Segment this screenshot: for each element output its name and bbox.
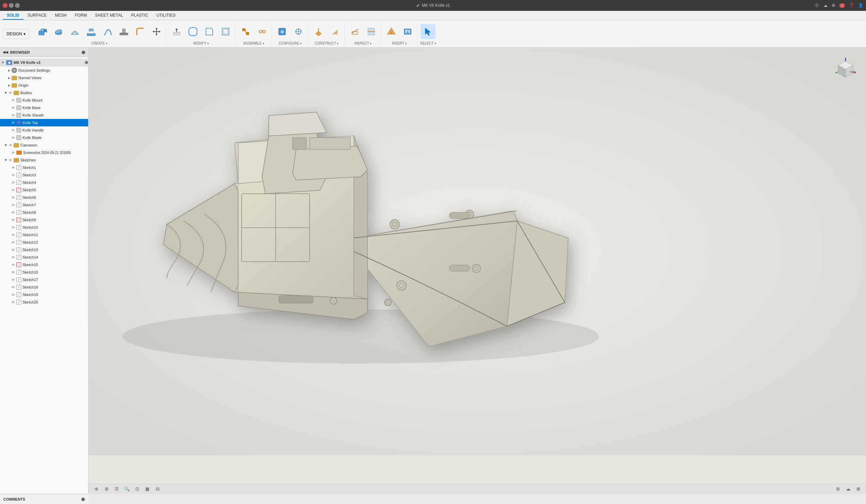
tab-form[interactable]: FORM (71, 12, 91, 20)
sweep-button[interactable] (100, 24, 115, 39)
tree-item-origin[interactable]: ▶ Origin (0, 82, 88, 89)
tree-item-sketch14[interactable]: 👁 ╱ Sketch14 (0, 253, 88, 261)
3d-model-viewport[interactable] (88, 48, 866, 455)
tree-item-sketch18[interactable]: 👁 ╱ Sketch18 (0, 284, 88, 291)
extrude-button[interactable] (35, 24, 50, 39)
sketches-label: Sketches (20, 158, 36, 162)
tree-item-sketch11[interactable]: 👁 ╱ Sketch11 (0, 231, 88, 239)
revolve-button[interactable] (51, 24, 66, 39)
tab-sheet-metal[interactable]: SHEET METAL (91, 12, 127, 20)
configure-icons: ⚙ (275, 22, 306, 41)
tree-item-sketch12[interactable]: 👁 ╱ Sketch12 (0, 239, 88, 246)
display-icon[interactable]: ▦ (144, 485, 151, 493)
joint-button[interactable] (238, 24, 253, 39)
cloud-status-icon[interactable]: ☁ (844, 485, 852, 493)
tree-item-knife-handle[interactable]: 👁 Knife Handle (0, 126, 88, 134)
minimize-button[interactable] (9, 3, 14, 8)
tree-item-screenshot[interactable]: 👁 Screenshot 2024-09-21 201655 (0, 149, 88, 156)
tree-item-sketch10[interactable]: 👁 ╱ Sketch10 (0, 224, 88, 231)
insert-canvas-button[interactable] (400, 24, 415, 39)
browser-settings-icon[interactable]: ⊕ (81, 50, 86, 55)
configure-btn[interactable]: ⚙ (275, 24, 290, 39)
tree-item-sketches[interactable]: ▼ 👁 Sketches (0, 156, 88, 164)
tree-item-sketch13[interactable]: 👁 ╱ Sketch13 (0, 246, 88, 253)
sketch9-icon: ╱ (16, 218, 21, 222)
tree-item-sketch5[interactable]: 👁 ╱ Sketch5 (0, 186, 88, 194)
settings-icon[interactable]: ⚙ (832, 3, 835, 8)
rigid-group-button[interactable] (255, 24, 269, 39)
file-icon: ✔ (416, 3, 420, 8)
shell-button[interactable] (67, 24, 82, 39)
viewcube-icon[interactable]: ⊡ (133, 485, 141, 493)
user-icon[interactable]: 👤 (858, 3, 863, 8)
design-dropdown-button[interactable]: DESIGN ▾ (3, 29, 29, 39)
knife-base-label: Knife Base (22, 106, 41, 110)
tree-item-sketch7[interactable]: 👁 ╱ Sketch7 (0, 201, 88, 209)
tree-item-sketch15[interactable]: 👁 ╱ Sketch15 (0, 261, 88, 268)
tab-mesh[interactable]: MESH (51, 12, 71, 20)
wireframe-icon[interactable]: ⊟ (154, 485, 161, 493)
sidebar-collapse-icon[interactable]: ◀◀ (3, 50, 8, 54)
fillet-button[interactable] (133, 24, 148, 39)
tab-utilities[interactable]: UTILITIES (153, 12, 180, 20)
tree-item-sketch4[interactable]: 👁 ╱ Sketch4 (0, 179, 88, 186)
tree-item-sketch9[interactable]: 👁 ╱ Sketch9 (0, 216, 88, 224)
tree-item-sketch6[interactable]: 👁 ╱ Sketch6 (0, 194, 88, 201)
maximize-button[interactable] (15, 3, 20, 8)
fillet2-button[interactable] (186, 24, 200, 39)
measure-button[interactable] (347, 24, 363, 39)
tree-item-sketch16[interactable]: 👁 ╱ Sketch16 (0, 268, 88, 276)
tree-item-knife-top[interactable]: 👁 Knife Top (0, 119, 88, 126)
tree-item-knife-base[interactable]: 👁 Knife Base (0, 104, 88, 112)
section-analysis-button[interactable] (364, 24, 379, 39)
orbit-icon[interactable]: ☰ (113, 485, 121, 493)
axis-button[interactable] (327, 24, 342, 39)
press-pull-button[interactable] (169, 24, 184, 39)
insert-derive-button[interactable] (384, 24, 399, 39)
root-label: MK VII Knife v1 (14, 60, 41, 65)
cloud-icon[interactable]: ☁ (823, 3, 828, 8)
rigid-group-icon (257, 27, 267, 36)
tree-item-sketch8[interactable]: 👁 ╱ Sketch8 (0, 209, 88, 216)
tree-item-sketch1[interactable]: 👁 ╱ Sketch1 (0, 164, 88, 171)
chamfer-button[interactable] (202, 24, 217, 39)
tree-item-sketch17[interactable]: 👁 ╱ Sketch17 (0, 276, 88, 284)
shell2-button[interactable] (218, 24, 233, 39)
toolbar-group-modify: MODIFY ▾ (167, 22, 235, 46)
viewport[interactable]: CONSTRUCT - (88, 48, 866, 494)
tree-item-canvases[interactable]: ▼ 👁 Canvases (0, 141, 88, 149)
plane-button[interactable] (311, 24, 326, 39)
viewport-cube[interactable]: Right (832, 54, 859, 82)
select-button[interactable] (421, 24, 435, 39)
loft-button[interactable] (84, 24, 99, 39)
tree-item-sketch19[interactable]: 👁 ╱ Sketch19 (0, 291, 88, 298)
add-tab-icon[interactable]: ➕ (814, 3, 819, 8)
tree-item-sketch3[interactable]: 👁 ╱ Sketch3 (0, 171, 88, 179)
tree-item-bodies[interactable]: ▼ 👁 Bodies (0, 89, 88, 96)
tree-item-knife-sheath[interactable]: 👁 Knife Sheath (0, 112, 88, 119)
tree-item-named-views[interactable]: ▶ Named Views (0, 74, 88, 82)
browser-content[interactable]: ▼ ◼ MK VII Knife v1 ⚙ ▶ ⚙ Document Setti… (0, 57, 88, 494)
tree-item-root[interactable]: ▼ ◼ MK VII Knife v1 ⚙ (0, 58, 88, 67)
root-settings-icon[interactable]: ⚙ (85, 60, 88, 65)
snap-icon[interactable]: ⊕ (92, 485, 100, 493)
select-label: SELECT ▾ (420, 42, 436, 45)
tree-item-knife-mount[interactable]: 👁 Knife Mount (0, 96, 88, 104)
close-button[interactable] (3, 3, 8, 8)
rib-button[interactable] (116, 24, 131, 39)
tree-item-knife-blade[interactable]: 👁 Knife Blade (0, 134, 88, 141)
tree-item-sketch20[interactable]: 👁 ╱ Sketch20 (0, 298, 88, 306)
panel-icon[interactable]: ⊞ (834, 485, 842, 493)
zoom-icon[interactable]: 🔍 (123, 485, 131, 493)
layout-icon[interactable]: ⊠ (854, 485, 862, 493)
grid-icon[interactable]: ⊞ (103, 485, 110, 493)
move-button[interactable] (149, 24, 164, 39)
tab-plastic[interactable]: PLASTIC (127, 12, 153, 20)
svg-line-25 (245, 30, 246, 34)
help-icon[interactable]: ❓ (849, 3, 854, 8)
configure-btn2[interactable] (291, 24, 306, 39)
sketch19-icon: ╱ (16, 292, 21, 297)
tab-solid[interactable]: SOLID (3, 12, 23, 20)
tree-item-doc-settings[interactable]: ▶ ⚙ Document Settings (0, 67, 88, 74)
tab-surface[interactable]: SURFACE (23, 12, 51, 20)
